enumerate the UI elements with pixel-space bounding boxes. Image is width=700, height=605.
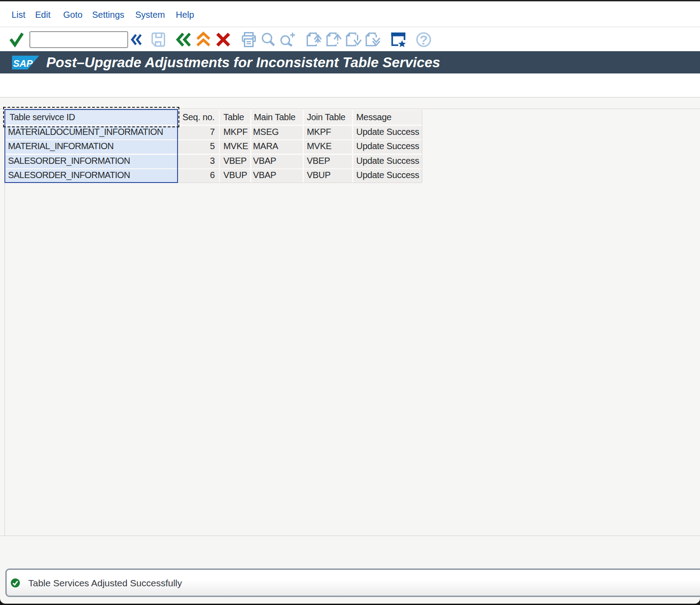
svg-text:SAP: SAP [13,58,33,69]
svg-text:?: ? [420,32,428,47]
